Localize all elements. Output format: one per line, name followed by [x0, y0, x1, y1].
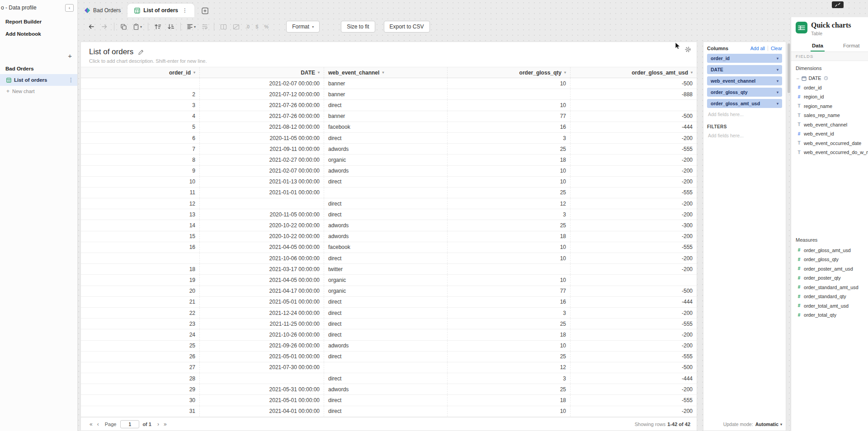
- table-cell[interactable]: 2021-02-07 00:00:00: [200, 78, 324, 89]
- table-cell[interactable]: -200: [571, 384, 697, 394]
- measure-item[interactable]: #order_poster_amt_usd: [791, 264, 868, 273]
- table-cell[interactable]: -555: [571, 144, 697, 154]
- add-notebook-link[interactable]: Add Notebook: [0, 28, 77, 40]
- collapse-sidebar-button[interactable]: ‹: [65, 4, 74, 12]
- table-cell[interactable]: 10: [448, 253, 571, 263]
- table-cell[interactable]: -200: [571, 264, 697, 274]
- table-cell[interactable]: adwords: [324, 220, 448, 230]
- table-cell[interactable]: 2021-07-26 00:00:00: [200, 100, 324, 110]
- table-cell[interactable]: twitter: [324, 264, 448, 274]
- table-cell[interactable]: 2020-11-05 00:00:00: [200, 133, 324, 143]
- column-header[interactable]: order_gloss_amt_usd▾: [571, 67, 697, 78]
- table-cell[interactable]: direct: [324, 177, 448, 187]
- table-cell[interactable]: 27: [81, 362, 200, 373]
- table-cell[interactable]: 16: [448, 122, 571, 132]
- table-cell[interactable]: 3: [448, 209, 571, 220]
- redo-icon[interactable]: [101, 22, 108, 31]
- sort-chevron-icon[interactable]: ▾: [691, 70, 693, 75]
- table-cell[interactable]: 3: [448, 308, 571, 318]
- merge-cells-icon[interactable]: [220, 22, 227, 31]
- measure-item[interactable]: #order_gloss_amt_usd: [791, 245, 868, 255]
- table-cell[interactable]: 25: [448, 187, 571, 198]
- table-cell[interactable]: [81, 253, 200, 263]
- table-cell[interactable]: direct: [324, 133, 448, 143]
- dimension-item[interactable]: #web_event_id: [791, 129, 868, 139]
- column-header[interactable]: DATE▾: [200, 67, 324, 78]
- table-cell[interactable]: banner: [324, 78, 448, 89]
- column-header[interactable]: order_id▾: [81, 67, 200, 78]
- column-pill[interactable]: web_event_channel▾: [707, 76, 782, 85]
- currency-format-icon[interactable]: $: [255, 22, 258, 31]
- table-cell[interactable]: 18: [448, 329, 571, 340]
- table-cell[interactable]: 2: [81, 89, 200, 99]
- table-cell[interactable]: [448, 264, 571, 274]
- table-cell[interactable]: -500: [571, 111, 697, 122]
- table-cell[interactable]: 2021-01-13 00:00:00: [200, 177, 324, 187]
- table-cell[interactable]: -200: [571, 198, 697, 209]
- vertical-scrollbar[interactable]: [788, 43, 790, 93]
- table-cell[interactable]: 25: [448, 319, 571, 329]
- table-cell[interactable]: direct: [324, 297, 448, 307]
- table-cell[interactable]: facebook: [324, 242, 448, 253]
- table-cell[interactable]: -500: [571, 286, 697, 296]
- table-cell[interactable]: 2021-04-05 00:00:00: [200, 242, 324, 253]
- dimension-item[interactable]: Tsales_rep_name: [791, 111, 868, 120]
- format-dropdown[interactable]: Format ▾: [286, 21, 320, 33]
- table-cell[interactable]: 18: [448, 155, 571, 165]
- table-cell[interactable]: 30: [81, 395, 200, 405]
- dimension-item[interactable]: Tregion_name: [791, 101, 868, 111]
- table-cell[interactable]: 31: [81, 406, 200, 417]
- table-cell[interactable]: direct: [324, 209, 448, 220]
- tab-menu-icon[interactable]: ⋮: [182, 7, 188, 14]
- size-to-fit-button[interactable]: Size to fit: [341, 21, 375, 33]
- table-cell[interactable]: 9: [81, 166, 200, 176]
- table-cell[interactable]: [324, 187, 448, 198]
- table-cell[interactable]: 2021-07-30 00:00:00: [200, 362, 324, 373]
- table-cell[interactable]: 10: [448, 78, 571, 89]
- table-cell[interactable]: 2021-12-24 00:00:00: [200, 308, 324, 318]
- table-cell[interactable]: -555: [571, 351, 697, 362]
- table-cell[interactable]: 2021-02-27 00:00:00: [200, 155, 324, 165]
- pill-dropdown-icon[interactable]: ▾: [777, 56, 778, 61]
- export-csv-button[interactable]: Export to CSV: [384, 21, 430, 33]
- table-cell[interactable]: 10: [81, 177, 200, 187]
- table-cell[interactable]: 18: [448, 231, 571, 242]
- table-cell[interactable]: 2021-09-11 00:00:00: [200, 144, 324, 154]
- table-cell[interactable]: 10: [448, 100, 571, 110]
- measure-item[interactable]: #order_standard_amt_usd: [791, 282, 868, 292]
- table-cell[interactable]: 2021-09-26 00:00:00: [200, 341, 324, 351]
- table-cell[interactable]: -200: [571, 177, 697, 187]
- add-item-button[interactable]: +: [68, 52, 72, 59]
- table-cell[interactable]: -500: [571, 362, 697, 373]
- new-chart-button[interactable]: + New chart: [0, 86, 77, 97]
- table-cell[interactable]: -555: [571, 319, 697, 329]
- sort-chevron-icon[interactable]: ▾: [318, 70, 320, 75]
- table-cell[interactable]: 24: [81, 329, 200, 340]
- table-cell[interactable]: 2020-11-05 00:00:00: [200, 209, 324, 220]
- table-cell[interactable]: 25: [448, 351, 571, 362]
- table-cell[interactable]: 19: [81, 275, 200, 285]
- table-cell[interactable]: organic: [324, 275, 448, 285]
- table-cell[interactable]: 22: [81, 308, 200, 318]
- table-cell[interactable]: banner: [324, 89, 448, 99]
- dimension-item[interactable]: Tweb_event_occurred_date: [791, 138, 868, 148]
- table-cell[interactable]: direct: [324, 253, 448, 263]
- table-cell[interactable]: 2021-05-01 00:00:00: [200, 297, 324, 307]
- table-cell[interactable]: 18: [448, 395, 571, 405]
- table-cell[interactable]: 2020-10-22 00:00:00: [200, 220, 324, 230]
- measure-item[interactable]: #order_standard_qty: [791, 292, 868, 301]
- table-cell[interactable]: -200: [571, 341, 697, 351]
- table-cell[interactable]: 10: [448, 242, 571, 253]
- table-cell[interactable]: direct: [324, 329, 448, 340]
- table-cell[interactable]: -200: [571, 231, 697, 242]
- last-page-button[interactable]: »: [161, 421, 169, 427]
- page-number-input[interactable]: [120, 420, 139, 428]
- table-cell[interactable]: adwords: [324, 341, 448, 351]
- report-builder-link[interactable]: Report Builder: [0, 15, 77, 28]
- columns-add-fields-placeholder[interactable]: Add fields here...: [708, 112, 781, 117]
- column-pill[interactable]: DATE▾: [707, 65, 782, 74]
- next-page-button[interactable]: ›: [155, 421, 161, 427]
- table-cell[interactable]: 2021-11-25 00:00:00: [200, 319, 324, 329]
- column-pill[interactable]: order_gloss_amt_usd▾: [707, 99, 782, 108]
- table-cell[interactable]: -200: [571, 133, 697, 143]
